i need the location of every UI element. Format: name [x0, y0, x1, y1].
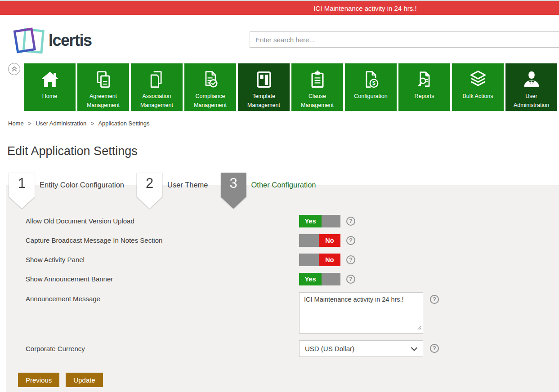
help-icon[interactable]: ?	[346, 236, 355, 245]
home-icon	[40, 63, 60, 89]
breadcrumb-user-administration[interactable]: User Administration	[36, 120, 87, 127]
field-label: Allow Old Document Version Upload	[26, 215, 299, 227]
nav-tile-compliance-management[interactable]: Compliance Management	[184, 63, 236, 111]
tab-badge: 3	[221, 173, 246, 209]
field-capture-broadcast-message: Capture Broadcast Message In Notes Secti…	[26, 234, 559, 247]
breadcrumb-separator: >	[28, 120, 31, 127]
toggle-show-activity-panel[interactable]: No	[299, 254, 340, 266]
configuration-icon: $	[361, 63, 381, 89]
nav-tile-label: Home	[40, 92, 59, 101]
nav-tile-home[interactable]: Home	[24, 63, 76, 111]
field-label: Show Activity Panel	[26, 254, 299, 266]
nav-tile-label: Clause Management	[291, 92, 343, 110]
nav-tile-agreement-management[interactable]: Agreement Management	[77, 63, 129, 111]
toggle-knob: Yes	[299, 273, 322, 285]
field-announcement-message: Announcement Message ICI Maintenance act…	[26, 292, 559, 334]
breadcrumb: Home > User Administration > Application…	[8, 120, 559, 127]
nav-tile-label: Reports	[413, 92, 436, 101]
field-corporate-currency: Corporate Currency USD (US Dollar) ?	[26, 340, 559, 357]
help-icon[interactable]: ?	[346, 217, 355, 226]
chevron-down-icon	[411, 345, 417, 352]
corporate-currency-select[interactable]: USD (US Dollar)	[299, 340, 423, 357]
announcement-message-textarea[interactable]: ICI Maintenance activity in 24 hrs.!	[299, 292, 423, 334]
announcement-banner-text: ICI Maintenance activity in 24 hrs.!	[313, 4, 416, 12]
bulk-actions-icon	[468, 63, 488, 89]
breadcrumb-application-settings: Application Settings	[98, 120, 149, 127]
agreement-icon	[93, 63, 114, 89]
nav-tile-label: Association Management	[131, 92, 183, 110]
tab-user-theme[interactable]: 2 User Theme	[137, 173, 220, 197]
nav-tile-clause-management[interactable]: Clause Management	[291, 63, 343, 111]
field-allow-old-document-version-upload: Allow Old Document Version Upload Yes ?	[26, 215, 559, 227]
nav-tile-configuration[interactable]: $ Configuration	[345, 63, 397, 111]
tab-entity-color-configuration[interactable]: 1 Entity Color Configuration	[9, 173, 137, 197]
nav-tile-label: Agreement Management	[77, 92, 129, 110]
tab-label: User Theme	[167, 173, 208, 197]
selected-currency: USD (US Dollar)	[305, 345, 354, 352]
double-chevron-up-icon	[10, 64, 19, 75]
icertis-logo-text: Icertis	[49, 31, 92, 50]
tab-badge: 2	[137, 173, 162, 209]
help-icon[interactable]: ?	[430, 344, 439, 353]
association-icon	[147, 63, 167, 89]
tab-number: 3	[221, 173, 246, 209]
help-icon[interactable]: ?	[430, 295, 439, 304]
field-label: Show Announcement Banner	[26, 273, 299, 285]
nav-tile-label: User Administration	[505, 92, 557, 110]
form-actions: Previous Update	[18, 373, 559, 387]
toggle-allow-old-document-version-upload[interactable]: Yes	[299, 215, 340, 227]
tab-number: 2	[137, 173, 162, 209]
nav-tile-user-administration[interactable]: User Administration	[505, 63, 557, 111]
nav-tile-bulk-actions[interactable]: Bulk Actions	[452, 63, 504, 111]
tab-badge: 1	[9, 173, 35, 209]
icertis-logo-mark-icon	[12, 25, 47, 56]
compliance-icon	[200, 63, 221, 89]
svg-text:$: $	[372, 80, 376, 86]
clause-icon	[307, 63, 328, 89]
nav-tile-template-management[interactable]: Template Management	[238, 63, 290, 111]
nav-tile-label: Compliance Management	[184, 92, 236, 110]
toggle-knob: No	[319, 254, 340, 266]
field-show-announcement-banner: Show Announcement Banner Yes ?	[26, 273, 559, 285]
nav-tile-label: Configuration	[352, 92, 389, 101]
field-label: Announcement Message	[26, 292, 299, 334]
nav-tile-label: Template Management	[238, 92, 290, 110]
tab-other-configuration[interactable]: 3 Other Configuration	[221, 173, 329, 197]
field-show-activity-panel: Show Activity Panel No ?	[26, 254, 559, 266]
template-icon	[254, 63, 274, 89]
tab-label: Entity Color Configuration	[40, 173, 124, 197]
field-label: Capture Broadcast Message In Notes Secti…	[26, 234, 299, 247]
help-icon[interactable]: ?	[346, 255, 355, 264]
wizard-tabs: 1 Entity Color Configuration 2 User Them…	[0, 173, 559, 197]
toggle-show-announcement-banner[interactable]: Yes	[299, 273, 340, 285]
toggle-knob: Yes	[299, 215, 322, 227]
resize-handle-icon[interactable]	[417, 324, 422, 332]
breadcrumb-separator: >	[91, 120, 94, 127]
app-header: Icertis	[0, 15, 559, 63]
page-title: Edit Application Settings	[7, 143, 559, 159]
help-icon[interactable]: ?	[346, 275, 355, 284]
nav-tile-reports[interactable]: Reports	[398, 63, 450, 111]
reports-icon	[414, 63, 435, 89]
toggle-capture-broadcast-message[interactable]: No	[299, 234, 340, 247]
update-button[interactable]: Update	[66, 373, 103, 387]
announcement-message-wrap: ICI Maintenance activity in 24 hrs.!	[299, 292, 423, 334]
nav-tile-association-management[interactable]: Association Management	[131, 63, 183, 111]
field-label: Corporate Currency	[26, 340, 299, 357]
icertis-logo[interactable]: Icertis	[12, 25, 92, 56]
tab-label: Other Configuration	[251, 173, 316, 197]
announcement-banner: ICI Maintenance activity in 24 hrs.!	[0, 1, 559, 15]
toggle-knob: No	[319, 234, 340, 247]
collapse-menu-button[interactable]	[8, 63, 20, 75]
nav-tiles: Home Agreement Management Association Ma…	[24, 63, 559, 111]
search-input[interactable]	[250, 31, 559, 48]
other-configuration-panel: Allow Old Document Version Upload Yes ? …	[6, 185, 559, 392]
breadcrumb-home[interactable]: Home	[8, 120, 24, 127]
user-administration-icon	[521, 63, 542, 89]
previous-button[interactable]: Previous	[18, 373, 59, 387]
tab-number: 1	[9, 173, 35, 209]
main-navigation: Home Agreement Management Association Ma…	[0, 63, 559, 111]
nav-tile-label: Bulk Actions	[461, 92, 495, 101]
